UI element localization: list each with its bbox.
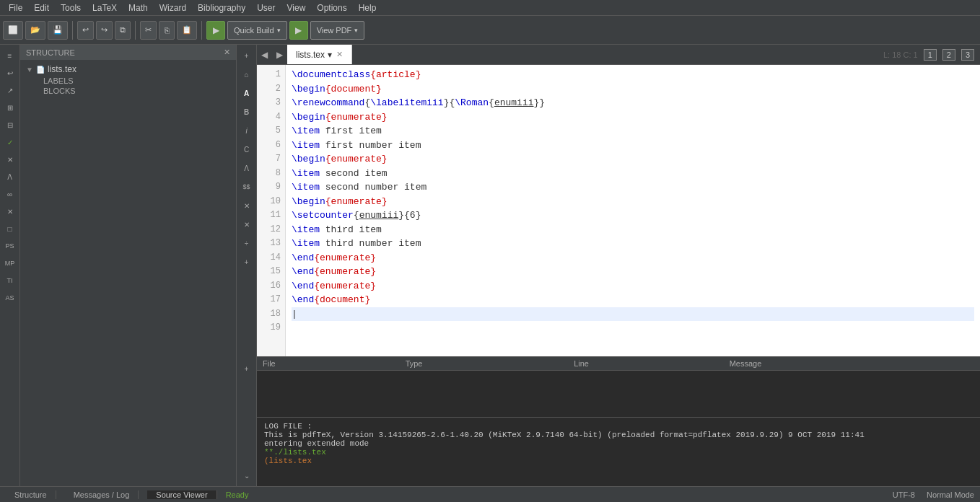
mid-icon-x1[interactable]: ✕ [238, 197, 255, 214]
run-button[interactable]: ▶ [206, 21, 225, 40]
save-button[interactable]: 💾 [48, 21, 68, 40]
new-button[interactable]: ⬜ [3, 21, 23, 40]
tab-source-viewer[interactable]: Source Viewer [147, 490, 216, 499]
tab-structure[interactable]: Structure [6, 490, 56, 499]
log-line1: This is pdfTeX, Version 3.14159265-2.6-1… [264, 431, 865, 439]
menu-bibliography[interactable]: Bibliography [192, 1, 251, 14]
tab-dropdown-arrow[interactable]: ▾ [328, 50, 332, 60]
copy-button[interactable]: ⎘ [159, 21, 175, 40]
tree-blocks-item[interactable]: BLOCKS [40, 86, 233, 96]
mid-icon-chevron-down[interactable]: ⌄ [238, 467, 255, 484]
encoding-label: UTF-8 [893, 490, 915, 499]
mid-icon-div[interactable]: ÷ [238, 234, 255, 252]
mid-icon-add[interactable]: + [238, 47, 255, 64]
menu-edit[interactable]: Edit [28, 1, 55, 14]
copy-tab-button[interactable]: ⧉ [115, 21, 131, 40]
view-pdf-arrow: ▾ [354, 27, 358, 34]
mid-icon-dollar[interactable]: $$ [238, 178, 255, 195]
structure-header: STRUCTURE ✕ [20, 45, 236, 60]
paste-button[interactable]: 📋 [177, 21, 197, 40]
menu-user[interactable]: User [251, 1, 281, 14]
tree-children: LABELS BLOCKS [23, 76, 233, 96]
cut-button[interactable]: ✂ [140, 21, 157, 40]
ready-status: Ready [226, 490, 249, 499]
left-icon-ps[interactable]: PS [2, 238, 18, 254]
toolbar-separator-2 [135, 21, 136, 40]
structure-close-button[interactable]: ✕ [224, 48, 230, 57]
left-icon-square[interactable]: □ [2, 221, 18, 237]
left-icon-grid[interactable]: ⊞ [2, 100, 18, 115]
undo-button[interactable]: ↩ [77, 21, 94, 40]
structure-title: STRUCTURE [26, 48, 75, 57]
structure-content: ▼ 📄 lists.tex LABELS BLOCKS [20, 60, 236, 486]
left-icon-link[interactable]: ↗ [2, 82, 18, 98]
menu-tools[interactable]: Tools [55, 1, 87, 14]
log-line3: **./lists.tex [264, 448, 326, 457]
col-line: Line [568, 357, 724, 371]
menu-file[interactable]: File [3, 1, 28, 14]
code-editor[interactable]: 1 2 3 4 5 6 7 8 9 10 11 12 13 14 15 16 1… [257, 65, 980, 356]
view-pdf-label: View PDF [317, 26, 352, 35]
status-right: UTF-8 Normal Mode [893, 490, 974, 499]
statusbar: Structure Messages / Log Source Viewer R… [0, 486, 980, 502]
mid-icon-c[interactable]: C [238, 141, 255, 158]
view-pdf-dropdown[interactable]: View PDF ▾ [310, 21, 365, 40]
menu-help[interactable]: Help [353, 1, 382, 14]
quick-build-label: Quick Build [234, 26, 274, 35]
open-button[interactable]: 📂 [25, 21, 45, 40]
left-icon-lambda[interactable]: Λ [2, 169, 18, 185]
left-icon-check[interactable]: ✓ [2, 134, 18, 150]
mid-icon-ref[interactable]: ⌂ [238, 66, 255, 83]
mid-icon-lambda[interactable]: Λ [238, 159, 255, 177]
view-pdf-run-button[interactable]: ▶ [289, 21, 308, 40]
tab-num-2[interactable]: 2 [942, 49, 955, 61]
tab-messages-log[interactable]: Messages / Log [65, 490, 139, 499]
left-icon-menu[interactable]: ≡ [2, 48, 18, 63]
tab-lists-tex[interactable]: lists.tex ▾ ✕ [287, 45, 352, 64]
left-icon-ti[interactable]: TI [2, 273, 18, 289]
left-icon-x[interactable]: ✕ [2, 203, 18, 219]
menu-math[interactable]: Math [123, 1, 154, 14]
tab-num-3[interactable]: 3 [961, 49, 974, 61]
mid-icon-i[interactable]: i [238, 122, 255, 139]
editor-position: L: 18 C: 1 [883, 50, 918, 59]
log-file-label: LOG FILE : [264, 422, 312, 431]
menubar: File Edit Tools LaTeX Math Wizard Biblio… [0, 0, 980, 16]
menu-view[interactable]: View [281, 1, 312, 14]
tree-labels-item[interactable]: LABELS [40, 76, 233, 86]
redo-button[interactable]: ↪ [96, 21, 113, 40]
left-icon-cross[interactable]: ✕ [2, 151, 18, 167]
mid-icon-plus[interactable]: + [238, 253, 255, 270]
tab-nav-next[interactable]: ▶ [272, 45, 287, 64]
mid-icon-a[interactable]: A [238, 84, 255, 102]
tab-nav-prev[interactable]: ◀ [257, 45, 272, 64]
log-line2: entering extended mode [264, 439, 369, 448]
code-content[interactable]: \documentclass{article}\begin{document}\… [286, 65, 980, 356]
left-icon-mp[interactable]: MP [2, 255, 18, 271]
left-icon-undo[interactable]: ↩ [2, 65, 18, 81]
line-numbers: 1 2 3 4 5 6 7 8 9 10 11 12 13 14 15 16 1… [257, 65, 286, 356]
main-layout: ≡ ↩ ↗ ⊞ ⊟ ✓ ✕ Λ ∞ ✕ □ PS MP TI AS STRUCT… [0, 45, 980, 486]
mid-icon-b[interactable]: B [238, 103, 255, 120]
left-icon-minus[interactable]: ⊟ [2, 117, 18, 133]
tab-num-1[interactable]: 1 [924, 49, 937, 61]
col-file: File [257, 357, 400, 371]
mid-icon-plus2[interactable]: + [238, 360, 255, 377]
toolbar: ⬜ 📂 💾 ↩ ↪ ⧉ ✂ ⎘ 📋 ▶ Quick Build ▾ ▶ View… [0, 16, 980, 45]
mid-icon-x2[interactable]: ✕ [238, 216, 255, 233]
log-file: LOG FILE : This is pdfTeX, Version 3.141… [257, 418, 980, 486]
menu-latex[interactable]: LaTeX [87, 1, 123, 14]
tree-file-name: lists.tex [48, 64, 76, 74]
tree-root-item[interactable]: ▼ 📄 lists.tex [23, 63, 233, 76]
left-icon-as[interactable]: AS [2, 290, 18, 306]
menu-options[interactable]: Options [311, 1, 352, 14]
menu-wizard[interactable]: Wizard [154, 1, 192, 14]
quick-build-dropdown[interactable]: Quick Build ▾ [227, 21, 287, 40]
log-table: File Type Line Message [257, 357, 980, 371]
left-icon-inf[interactable]: ∞ [2, 186, 18, 202]
toolbar-separator-1 [72, 21, 73, 40]
col-type: Type [400, 357, 569, 371]
tab-close-button[interactable]: ✕ [336, 50, 343, 59]
mode-label: Normal Mode [927, 490, 974, 499]
editor-area: ◀ ▶ lists.tex ▾ ✕ L: 18 C: 1 1 2 3 1 2 3… [257, 45, 980, 486]
